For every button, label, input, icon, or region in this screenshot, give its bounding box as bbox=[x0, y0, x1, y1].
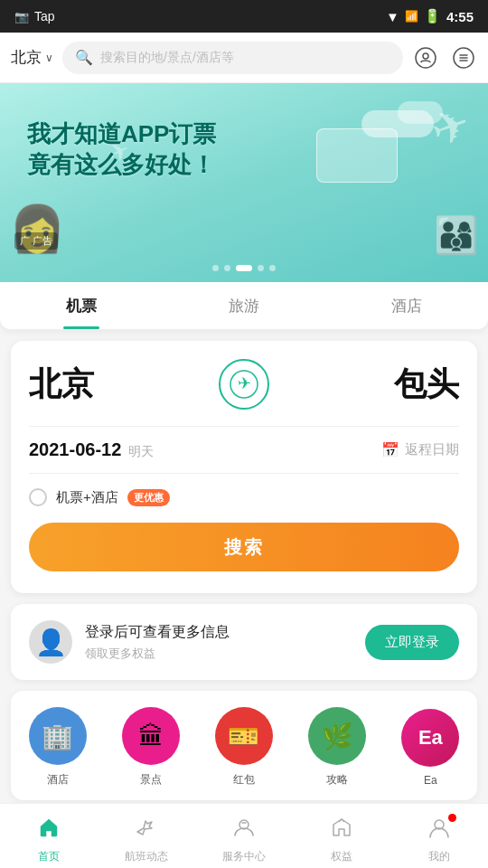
flight-status-icon bbox=[135, 816, 158, 845]
header: 北京 ∨ 🔍 搜索目的地/景点/酒店等 bbox=[0, 33, 488, 83]
mine-icon bbox=[427, 816, 451, 845]
coupon-label: 红包 bbox=[233, 772, 255, 788]
search-placeholder: 搜索目的地/景点/酒店等 bbox=[100, 50, 234, 66]
benefits-icon bbox=[330, 816, 353, 845]
battery-icon: 🔋 bbox=[424, 8, 441, 24]
tab-hotel[interactable]: 酒店 bbox=[325, 282, 488, 329]
status-app-name: 📷 Tap bbox=[14, 9, 55, 24]
login-text-block: 登录后可查看更多信息 领取更多权益 bbox=[85, 623, 230, 662]
ad-label: 广告 bbox=[33, 235, 52, 246]
dot-2 bbox=[224, 265, 230, 271]
login-title: 登录后可查看更多信息 bbox=[85, 623, 230, 642]
app-name-label: Tap bbox=[34, 9, 55, 24]
dot-4 bbox=[258, 265, 264, 271]
combo-badge: 更优惠 bbox=[127, 489, 170, 506]
svg-point-0 bbox=[416, 48, 436, 68]
departure-date: 2021-06-12 bbox=[29, 439, 121, 460]
wifi-icon: ▼ bbox=[386, 9, 399, 24]
search-button[interactable]: 搜索 bbox=[29, 523, 459, 571]
nav-home[interactable]: 首页 bbox=[17, 808, 80, 864]
header-icons bbox=[412, 44, 477, 71]
home-label: 首页 bbox=[38, 849, 60, 864]
status-bar: 📷 Tap ▼ 📶 🔋 4:55 bbox=[0, 0, 488, 33]
swap-button[interactable]: ✈ bbox=[219, 359, 269, 410]
dot-3-active bbox=[236, 265, 252, 271]
status-right: ▼ 📶 🔋 4:55 bbox=[386, 8, 474, 24]
dot-5 bbox=[269, 265, 276, 271]
banner-line2: 竟有这么多好处！ bbox=[27, 150, 216, 181]
tabs-bar: 机票 旅游 酒店 bbox=[0, 282, 488, 330]
chevron-down-icon: ∨ bbox=[45, 52, 53, 64]
quick-item-attractions[interactable]: 🏛 景点 bbox=[122, 707, 180, 788]
service-label: 服务中心 bbox=[222, 849, 266, 864]
quick-item-hotel[interactable]: 🏢 酒店 bbox=[29, 707, 87, 788]
flight-search-card: 北京 ✈ 包头 2021-06-12 明天 📅 返程日期 机票+酒店 更优惠 搜… bbox=[11, 341, 477, 593]
combo-label: 机票+酒店 bbox=[56, 489, 118, 506]
return-date-button[interactable]: 📅 返程日期 bbox=[381, 441, 459, 458]
quick-item-ea[interactable]: Ea Ea bbox=[401, 709, 459, 787]
coupon-icon-circle: 🎫 bbox=[215, 707, 273, 765]
quick-item-guide[interactable]: 🌿 攻略 bbox=[308, 707, 366, 788]
search-icon: 🔍 bbox=[75, 49, 93, 66]
ad-tag: 广 广告 bbox=[14, 232, 58, 250]
banner-dots bbox=[212, 265, 276, 271]
hotel-label: 酒店 bbox=[47, 772, 69, 788]
time-label: 4:55 bbox=[446, 9, 474, 24]
guide-icon-circle: 🌿 bbox=[308, 707, 366, 765]
tab-flights-label: 机票 bbox=[66, 296, 97, 316]
date-left[interactable]: 2021-06-12 明天 bbox=[29, 439, 154, 460]
login-card: 👤 登录后可查看更多信息 领取更多权益 立即登录 bbox=[11, 604, 477, 680]
from-city[interactable]: 北京 bbox=[29, 363, 94, 407]
voice-search-button[interactable] bbox=[412, 44, 439, 71]
selected-city: 北京 bbox=[11, 47, 42, 68]
nav-mine[interactable]: 我的 bbox=[408, 808, 471, 864]
tab-tourism-label: 旅游 bbox=[229, 296, 259, 316]
attractions-label: 景点 bbox=[140, 772, 162, 788]
calendar-icon: 📅 bbox=[381, 441, 399, 458]
benefits-label: 权益 bbox=[331, 849, 352, 864]
tab-hotel-label: 酒店 bbox=[391, 296, 422, 316]
menu-button[interactable] bbox=[450, 44, 477, 71]
banner-line1: 我才知道APP订票 bbox=[27, 119, 216, 150]
home-icon bbox=[37, 816, 61, 845]
tab-tourism[interactable]: 旅游 bbox=[163, 282, 325, 329]
dot-1 bbox=[212, 265, 219, 271]
route-row: 北京 ✈ 包头 bbox=[29, 359, 459, 410]
date-row: 2021-06-12 明天 📅 返程日期 bbox=[29, 426, 459, 474]
ad-icon: 广 bbox=[20, 235, 30, 246]
service-icon bbox=[232, 816, 256, 845]
city-selector[interactable]: 北京 ∨ bbox=[11, 47, 53, 68]
combo-radio[interactable] bbox=[29, 488, 47, 506]
guide-label: 攻略 bbox=[326, 772, 348, 788]
svg-text:✈: ✈ bbox=[238, 374, 251, 392]
nav-flight-status[interactable]: 航班动态 bbox=[115, 808, 178, 864]
ea-label: Ea bbox=[424, 774, 437, 787]
flight-status-label: 航班动态 bbox=[125, 849, 168, 864]
to-city[interactable]: 包头 bbox=[394, 363, 459, 407]
attractions-icon-circle: 🏛 bbox=[122, 707, 180, 765]
hotel-icon-circle: 🏢 bbox=[29, 707, 87, 765]
tab-flights[interactable]: 机票 bbox=[0, 282, 163, 329]
nav-service[interactable]: 服务中心 bbox=[212, 808, 276, 864]
date-subtitle: 明天 bbox=[128, 444, 154, 460]
quick-icons-section: 🏢 酒店 🏛 景点 🎫 红包 🌿 攻略 Ea Ea bbox=[11, 691, 477, 800]
bottom-nav: 首页 航班动态 服务中心 权益 bbox=[0, 803, 488, 868]
return-date-label: 返程日期 bbox=[405, 441, 459, 458]
svg-point-1 bbox=[423, 53, 428, 59]
avatar-icon: 👤 bbox=[35, 627, 67, 657]
mine-label: 我的 bbox=[428, 849, 450, 864]
nav-benefits[interactable]: 权益 bbox=[310, 808, 373, 864]
avatar: 👤 bbox=[29, 620, 72, 664]
banner: ✈ ✈ 👩 👨‍👩‍👦 我才知道APP订票 竟有这么多好处！ 广 广告 bbox=[0, 83, 488, 282]
options-row: 机票+酒店 更优惠 bbox=[29, 488, 459, 506]
ea-icon-circle: Ea bbox=[401, 709, 459, 767]
badge-dot bbox=[448, 814, 456, 822]
login-button[interactable]: 立即登录 bbox=[365, 625, 459, 660]
login-left: 👤 登录后可查看更多信息 领取更多权益 bbox=[29, 620, 230, 664]
login-subtitle: 领取更多权益 bbox=[85, 646, 230, 662]
search-bar[interactable]: 🔍 搜索目的地/景点/酒店等 bbox=[62, 42, 403, 74]
quick-item-coupon[interactable]: 🎫 红包 bbox=[215, 707, 273, 788]
banner-text: 我才知道APP订票 竟有这么多好处！ bbox=[27, 119, 216, 181]
signal-icon: 📶 bbox=[405, 10, 418, 23]
